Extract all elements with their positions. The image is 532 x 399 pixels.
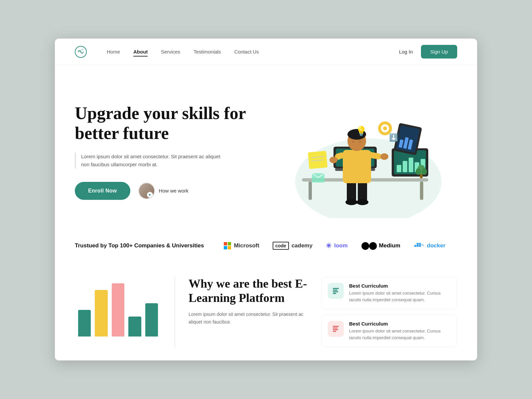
nav-link-about[interactable]: About (133, 49, 148, 57)
svg-rect-50 (419, 243, 421, 245)
ms-red (224, 242, 227, 245)
docker-label: docker (427, 242, 446, 249)
trusted-section: Trustued by Top 100+ Companies & Univers… (55, 231, 477, 263)
why-features: Best Curriculum Lorem ipsum dolor sit am… (322, 277, 457, 347)
feature-card-1: Best Curriculum Lorem ipsum dolor sit am… (322, 277, 457, 309)
svg-point-16 (380, 153, 388, 160)
svg-point-19 (352, 141, 355, 143)
ms-green (228, 242, 231, 245)
hero-description: Lorem ipsum dolor sit amet consectetur. … (75, 153, 221, 169)
svg-point-15 (330, 157, 337, 163)
why-section: Why we are the best E-Learning Platform … (55, 263, 477, 360)
feature-desc-2: Lorem ipsum dolor sit amet consectetur. … (349, 328, 451, 341)
loom-label: loom (334, 242, 348, 249)
svg-rect-25 (409, 158, 413, 172)
svg-rect-56 (333, 328, 337, 329)
trusted-logos: Microsoft code cademy ✳ loom ⬤⬤ Medium (224, 241, 445, 250)
why-title: Why we are the best E-Learning Platform (189, 277, 308, 305)
feature-title-2: Best Curriculum (349, 321, 451, 327)
svg-rect-46 (414, 245, 416, 247)
logo-medium: ⬤⬤ Medium (361, 241, 400, 250)
nav-link-contact[interactable]: Contact Us (234, 49, 259, 55)
svg-rect-55 (333, 326, 339, 327)
feature-text-2: Best Curriculum Lorem ipsum dolor sit am… (349, 321, 451, 341)
hero-title: Upgrade your skills for better future (75, 103, 259, 143)
svg-rect-9 (358, 182, 367, 201)
svg-rect-53 (333, 291, 338, 292)
signup-button[interactable]: Sign Up (421, 45, 457, 59)
chart-bar-5 (145, 303, 158, 336)
trusted-inner: Trustued by Top 100+ Companies & Univers… (75, 241, 457, 250)
enroll-now-button[interactable]: Enroll Now (75, 182, 130, 200)
logo-docker: docker (414, 242, 446, 250)
logo-codecademy: code cademy (273, 242, 313, 250)
svg-rect-47 (417, 245, 419, 247)
nav-actions: Log In Sign Up (399, 45, 457, 59)
nav-link-services[interactable]: Services (161, 49, 180, 55)
svg-point-45 (422, 168, 427, 175)
logo-icon[interactable] (75, 46, 87, 58)
feature-card-2: Best Curriculum Lorem ipsum dolor sit am… (322, 315, 457, 347)
hero-svg: 💡 ⬇️ (282, 85, 448, 218)
logo-loom: ✳ loom (326, 242, 348, 250)
svg-rect-24 (403, 161, 407, 172)
chart-bar-3 (112, 283, 124, 336)
hero-left: Upgrade your skills for better future Lo… (75, 103, 259, 200)
nav-links: Home About Services Testimonials Contact… (107, 49, 399, 55)
svg-point-39 (383, 126, 387, 130)
how-we-work-button[interactable]: How we work (138, 183, 189, 199)
loom-icon: ✳ (326, 242, 332, 250)
why-description: Lorem ipsum dolor sit amet consectetur. … (189, 311, 308, 326)
svg-rect-8 (347, 182, 356, 201)
feature-icon-1 (328, 283, 344, 299)
svg-text:⬇️: ⬇️ (389, 133, 398, 142)
svg-rect-33 (308, 151, 327, 169)
why-content: Why we are the best E-Learning Platform … (189, 277, 308, 326)
svg-rect-52 (333, 290, 337, 291)
svg-rect-54 (333, 293, 336, 294)
svg-text:💡: 💡 (355, 126, 367, 137)
hero-illustration: 💡 ⬇️ (273, 85, 457, 218)
svg-rect-51 (333, 288, 339, 289)
why-chart (75, 277, 161, 336)
avatar-image (139, 183, 154, 199)
chart-bars (75, 277, 161, 336)
trusted-label: Trustued by Top 100+ Companies & Univers… (75, 242, 204, 250)
why-divider (175, 277, 175, 347)
docker-icon (414, 242, 424, 250)
ms-blue (224, 246, 227, 249)
nav-item-testimonials[interactable]: Testimonials (194, 49, 221, 55)
navbar: Home About Services Testimonials Contact… (55, 39, 477, 65)
svg-point-44 (416, 168, 421, 175)
login-button[interactable]: Log In (399, 49, 413, 55)
medium-label: Medium (379, 242, 400, 249)
svg-point-10 (345, 199, 357, 205)
play-avatar (138, 183, 155, 199)
ms-yellow (228, 246, 231, 249)
svg-rect-49 (417, 243, 419, 245)
nav-item-about[interactable]: About (133, 49, 148, 55)
nav-item-contact[interactable]: Contact Us (234, 49, 259, 55)
nav-item-services[interactable]: Services (161, 49, 180, 55)
codecademy-logo: code (273, 242, 289, 250)
chart-bar-4 (128, 317, 141, 336)
nav-item-home[interactable]: Home (107, 49, 120, 55)
medium-dots: ⬤⬤ (361, 241, 376, 250)
nav-link-home[interactable]: Home (107, 49, 120, 55)
nav-link-testimonials[interactable]: Testimonials (194, 49, 221, 55)
svg-rect-57 (333, 329, 338, 330)
svg-rect-48 (419, 245, 421, 247)
feature-title-1: Best Curriculum (349, 283, 451, 289)
hero-section: Upgrade your skills for better future Lo… (55, 65, 477, 231)
logo-microsoft: Microsoft (224, 242, 259, 249)
chart-bar-2 (95, 290, 107, 336)
feature-desc-1: Lorem ipsum dolor sit amet consectetur. … (349, 290, 451, 303)
svg-point-20 (359, 141, 361, 143)
feature-icon-2 (328, 321, 344, 337)
codecademy-label: cademy (292, 242, 313, 249)
svg-rect-3 (309, 182, 312, 200)
feature-text-1: Best Curriculum Lorem ipsum dolor sit am… (349, 283, 451, 303)
svg-rect-23 (397, 165, 401, 172)
hero-actions: Enroll Now How we work (75, 182, 259, 200)
microsoft-label: Microsoft (234, 242, 259, 249)
